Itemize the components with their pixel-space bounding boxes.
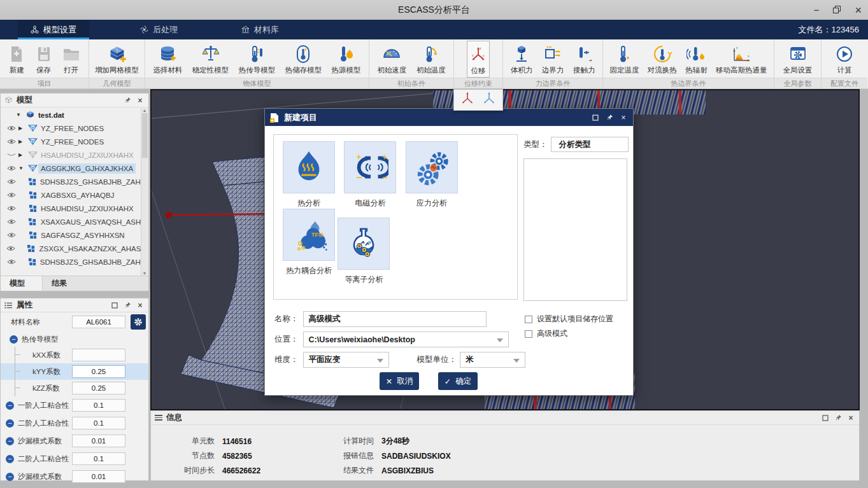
displacement-option-blue-icon[interactable] bbox=[481, 90, 497, 109]
restore-panel-icon[interactable] bbox=[110, 301, 119, 310]
convection-button[interactable]: 对流换热 bbox=[646, 41, 679, 78]
dialog-header[interactable]: 新建项目 × bbox=[265, 109, 633, 126]
eye-visible-icon[interactable] bbox=[4, 206, 18, 211]
gauss-flux-button[interactable]: zx 移动高斯热通量 bbox=[714, 41, 769, 78]
pin-icon[interactable] bbox=[605, 113, 614, 122]
collapse-icon[interactable]: ▼ bbox=[18, 165, 27, 171]
restore-dialog-icon[interactable] bbox=[591, 113, 600, 122]
tree-row[interactable]: SAGFASGZ_ASYHHXSN bbox=[1, 228, 148, 242]
name-input[interactable]: 高级模式 bbox=[303, 311, 487, 327]
tree-root-label[interactable]: test.dat bbox=[36, 110, 67, 120]
checkbox-icon[interactable] bbox=[525, 330, 532, 338]
new-project-button[interactable]: 新建 bbox=[6, 41, 27, 78]
card-stress-analysis[interactable]: 应力分析 bbox=[406, 141, 458, 209]
tree-row[interactable]: ▶ YZ_FREE_NODES bbox=[1, 122, 148, 135]
property-input[interactable]: 0.1 bbox=[72, 452, 125, 465]
property-input[interactable]: 0.01 bbox=[72, 435, 125, 447]
eye-visible-icon[interactable] bbox=[4, 139, 18, 144]
property-input[interactable]: 0.1 bbox=[72, 417, 125, 429]
save-button[interactable]: 保存 bbox=[34, 41, 54, 78]
expand-icon[interactable]: ▶ bbox=[18, 152, 27, 158]
collapse-icon[interactable]: − bbox=[6, 401, 14, 410]
cancel-button[interactable]: ✕ 取消 bbox=[380, 372, 419, 390]
property-input[interactable]: 0.1 bbox=[72, 399, 125, 412]
heat-storage-model-button[interactable]: 热储存模型 bbox=[283, 41, 324, 78]
close-panel-icon[interactable]: × bbox=[846, 414, 855, 422]
scrollbar-thumb[interactable] bbox=[142, 113, 148, 158]
tree-scrollbar[interactable]: ▲▼ bbox=[141, 108, 148, 275]
property-input[interactable]: 0.01 bbox=[72, 470, 125, 483]
eye-visible-icon[interactable] bbox=[4, 232, 18, 238]
eye-visible-icon[interactable] bbox=[4, 179, 18, 185]
collapse-group-icon[interactable]: − bbox=[10, 335, 18, 344]
pin-icon[interactable] bbox=[123, 96, 132, 105]
location-combobox[interactable]: C:\Users\weixiaohe\Desktop bbox=[303, 331, 509, 347]
checkbox-default-location[interactable]: 设置默认项目储存位置 bbox=[525, 314, 613, 324]
property-input[interactable]: 0.25 bbox=[72, 382, 125, 394]
collapse-icon[interactable]: − bbox=[6, 437, 14, 445]
eye-visible-icon[interactable] bbox=[4, 192, 18, 198]
property-input[interactable]: 0.25 bbox=[72, 365, 125, 378]
eye-visible-icon[interactable] bbox=[4, 246, 18, 251]
checkbox-advanced-mode[interactable]: 高级模式 bbox=[525, 328, 567, 339]
tree-row[interactable]: ZSXGX_HSAKAZNZXK_AHASX bbox=[1, 242, 148, 255]
type-description-listbox[interactable] bbox=[523, 158, 627, 301]
close-window-icon[interactable]: × bbox=[855, 4, 862, 16]
minimize-icon[interactable]: − bbox=[814, 5, 820, 15]
add-mesh-model-button[interactable]: 增加网格模型 bbox=[93, 41, 141, 78]
card-thermal-analysis[interactable]: 热分析 bbox=[283, 141, 335, 209]
card-electromagnetic-analysis[interactable]: ++−− 电磁分析 bbox=[344, 141, 396, 209]
initial-velocity-button[interactable]: 初始速度 bbox=[375, 41, 408, 78]
global-settings-button[interactable]: 全局设置 bbox=[781, 41, 815, 78]
eye-visible-icon[interactable] bbox=[4, 219, 18, 225]
close-dialog-icon[interactable]: × bbox=[619, 113, 628, 122]
model-unit-combobox[interactable]: 米 bbox=[460, 352, 525, 368]
select-material-button[interactable]: 选择材料 bbox=[151, 41, 184, 78]
eye-hidden-icon[interactable] bbox=[4, 152, 18, 158]
tree-row[interactable]: ▶ YZ_FREE_NODES bbox=[1, 135, 148, 148]
dimension-combobox[interactable]: 平面应变 bbox=[303, 352, 389, 368]
tree-row[interactable]: XAGBSXG_AYHAQBJ bbox=[1, 188, 148, 202]
boundary-force-button[interactable]: 边界力 bbox=[540, 41, 566, 78]
close-panel-icon[interactable]: × bbox=[136, 301, 145, 310]
tab-material-library[interactable]: 材料库 bbox=[229, 20, 292, 39]
fixed-temperature-button[interactable]: 固定温度 bbox=[608, 41, 641, 78]
initial-temperature-button[interactable]: 初始温度 bbox=[415, 41, 448, 78]
expand-icon[interactable]: ▶ bbox=[18, 125, 27, 131]
tab-result[interactable]: 结果 bbox=[43, 276, 100, 291]
eye-visible-icon[interactable] bbox=[4, 125, 18, 131]
type-value-box[interactable]: 分析类型 bbox=[551, 137, 629, 152]
tree-row-hidden[interactable]: ▶ HSAUHDISU_JZXIUXHAHX bbox=[1, 148, 148, 162]
scroll-up-icon[interactable]: ▲ bbox=[143, 108, 147, 113]
pin-icon[interactable] bbox=[834, 414, 843, 422]
contact-force-button[interactable]: 接触力 bbox=[571, 41, 597, 78]
radiation-button[interactable]: 热辐射 bbox=[683, 41, 709, 78]
card-thermal-coupling-analysis[interactable]: TFSI 热力耦合分析 bbox=[283, 209, 335, 276]
material-settings-button[interactable] bbox=[131, 314, 146, 330]
tree-row[interactable]: SDHSBJZS_GHSABJHB_ZAHU bbox=[1, 255, 148, 268]
displacement-button[interactable]: zxy 位移 bbox=[467, 41, 490, 78]
scroll-down-icon[interactable]: ▼ bbox=[143, 271, 147, 275]
heat-conduction-group-row[interactable]: − 热传导模型 bbox=[1, 331, 148, 347]
tree-row-selected[interactable]: ▼ AGSGKJKG_GJHXAJKHXA bbox=[1, 162, 148, 175]
restore-panel-icon[interactable] bbox=[821, 414, 830, 422]
eye-visible-icon[interactable] bbox=[4, 165, 18, 171]
expand-icon[interactable]: ▶ bbox=[18, 139, 27, 144]
tree-row[interactable]: HSAUHDISU_JZXIUXHAHX bbox=[1, 202, 148, 215]
card-plasma-analysis[interactable]: 等离子分析 bbox=[338, 218, 390, 285]
pin-icon[interactable] bbox=[123, 301, 132, 310]
stability-model-button[interactable]: 稳定性模型 bbox=[190, 41, 231, 78]
close-panel-icon[interactable]: × bbox=[136, 96, 145, 105]
body-force-button[interactable]: 体积力 bbox=[509, 41, 535, 78]
tab-model-setup[interactable]: 模型设置 bbox=[18, 20, 89, 39]
restore-window-icon[interactable] bbox=[833, 5, 841, 15]
ok-button[interactable]: ✓ 确定 bbox=[438, 372, 478, 390]
tree-row[interactable]: SDHSBJZS_GHSABJHB_ZAHU bbox=[1, 175, 148, 188]
eye-visible-icon[interactable] bbox=[4, 259, 18, 265]
property-input[interactable] bbox=[72, 349, 125, 361]
collapse-icon[interactable]: − bbox=[6, 473, 14, 481]
checkbox-icon[interactable] bbox=[525, 316, 532, 323]
heat-source-model-button[interactable]: 热源模型 bbox=[330, 41, 363, 78]
open-button[interactable]: 打开 bbox=[60, 41, 82, 78]
displacement-option-red-icon[interactable] bbox=[460, 90, 475, 109]
